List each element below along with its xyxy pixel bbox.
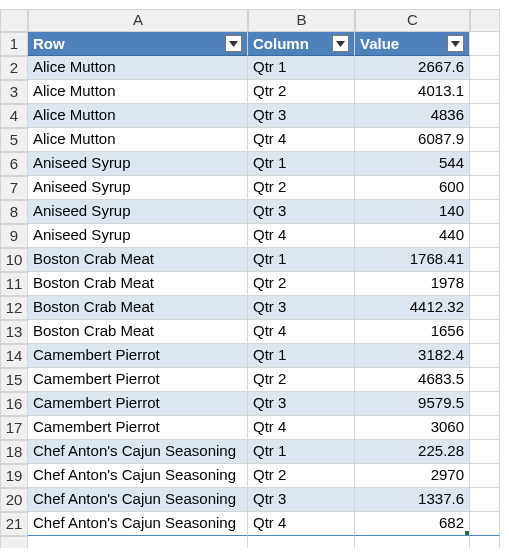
cell-A17[interactable]: Camembert Pierrot [28,416,248,440]
cell-B16[interactable]: Qtr 3 [248,392,355,416]
cell-D13[interactable] [470,320,500,344]
table-header-column[interactable]: Column [248,32,355,56]
row-header-18[interactable]: 18 [0,440,28,464]
cell-C8[interactable]: 140 [355,200,470,224]
cell-D9[interactable] [470,224,500,248]
cell-D6[interactable] [470,152,500,176]
cell-D21[interactable] [470,512,500,536]
cell-D17[interactable] [470,416,500,440]
row-header-3[interactable]: 3 [0,80,28,104]
cell-A4[interactable]: Alice Mutton [28,104,248,128]
cell-A18[interactable]: Chef Anton's Cajun Seasoning [28,440,248,464]
row-header-14[interactable]: 14 [0,344,28,368]
cell-B17[interactable]: Qtr 4 [248,416,355,440]
cell-C10[interactable]: 1768.41 [355,248,470,272]
cell-D10[interactable] [470,248,500,272]
cell-A3[interactable]: Alice Mutton [28,80,248,104]
row-header-22[interactable] [0,536,28,548]
cell-B8[interactable]: Qtr 3 [248,200,355,224]
row-header-9[interactable]: 9 [0,224,28,248]
cell-C3[interactable]: 4013.1 [355,80,470,104]
cell-A7[interactable]: Aniseed Syrup [28,176,248,200]
cell-C4[interactable]: 4836 [355,104,470,128]
column-header-D[interactable] [470,10,500,32]
cell-D3[interactable] [470,80,500,104]
cell-B6[interactable]: Qtr 1 [248,152,355,176]
row-header-2[interactable]: 2 [0,56,28,80]
row-header-10[interactable]: 10 [0,248,28,272]
row-header-12[interactable]: 12 [0,296,28,320]
cell-C13[interactable]: 1656 [355,320,470,344]
cell-C15[interactable]: 4683.5 [355,368,470,392]
cell-B3[interactable]: Qtr 2 [248,80,355,104]
cell-A15[interactable]: Camembert Pierrot [28,368,248,392]
cell-C21[interactable]: 682 [355,512,470,536]
row-header-15[interactable]: 15 [0,368,28,392]
row-header-6[interactable]: 6 [0,152,28,176]
cell-A11[interactable]: Boston Crab Meat [28,272,248,296]
cell-C20[interactable]: 1337.6 [355,488,470,512]
row-header-16[interactable]: 16 [0,392,28,416]
cell-D4[interactable] [470,104,500,128]
cell-D18[interactable] [470,440,500,464]
cell-A2[interactable]: Alice Mutton [28,56,248,80]
cell-C11[interactable]: 1978 [355,272,470,296]
cell-C6[interactable]: 544 [355,152,470,176]
cell-C18[interactable]: 225.28 [355,440,470,464]
row-header-20[interactable]: 20 [0,488,28,512]
cell-D16[interactable] [470,392,500,416]
cell-D11[interactable] [470,272,500,296]
cell-D12[interactable] [470,296,500,320]
cell-B10[interactable]: Qtr 1 [248,248,355,272]
row-header-21[interactable]: 21 [0,512,28,536]
cell-B12[interactable]: Qtr 3 [248,296,355,320]
cell-D2[interactable] [470,56,500,80]
cell-B15[interactable]: Qtr 2 [248,368,355,392]
cell-B2[interactable]: Qtr 1 [248,56,355,80]
cell-B13[interactable]: Qtr 4 [248,320,355,344]
cell-B20[interactable]: Qtr 3 [248,488,355,512]
cell-B18[interactable]: Qtr 1 [248,440,355,464]
row-header-17[interactable]: 17 [0,416,28,440]
cell-C2[interactable]: 2667.6 [355,56,470,80]
cell-A10[interactable]: Boston Crab Meat [28,248,248,272]
cell-A20[interactable]: Chef Anton's Cajun Seasoning [28,488,248,512]
cell-B4[interactable]: Qtr 3 [248,104,355,128]
cell-A12[interactable]: Boston Crab Meat [28,296,248,320]
row-header-13[interactable]: 13 [0,320,28,344]
select-all-corner[interactable] [0,10,28,32]
cell-D15[interactable] [470,368,500,392]
cell-D7[interactable] [470,176,500,200]
filter-button-row[interactable] [225,35,242,52]
cell-B11[interactable]: Qtr 2 [248,272,355,296]
row-header-5[interactable]: 5 [0,128,28,152]
cell-C19[interactable]: 2970 [355,464,470,488]
cell-A8[interactable]: Aniseed Syrup [28,200,248,224]
cell-C7[interactable]: 600 [355,176,470,200]
cell-D5[interactable] [470,128,500,152]
cell-C17[interactable]: 3060 [355,416,470,440]
column-header-C[interactable]: C [355,10,470,32]
cell-C16[interactable]: 9579.5 [355,392,470,416]
table-header-row[interactable]: Row [28,32,248,56]
cell-D19[interactable] [470,464,500,488]
cell-C12[interactable]: 4412.32 [355,296,470,320]
cell-A21[interactable]: Chef Anton's Cajun Seasoning [28,512,248,536]
column-header-B[interactable]: B [248,10,355,32]
cell-D1[interactable] [470,32,500,56]
column-header-A[interactable]: A [28,10,248,32]
cell-D8[interactable] [470,200,500,224]
cell-A19[interactable]: Chef Anton's Cajun Seasoning [28,464,248,488]
cell-D20[interactable] [470,488,500,512]
row-header-19[interactable]: 19 [0,464,28,488]
cell-A9[interactable]: Aniseed Syrup [28,224,248,248]
cell-B21[interactable]: Qtr 4 [248,512,355,536]
cell-D14[interactable] [470,344,500,368]
row-header-4[interactable]: 4 [0,104,28,128]
row-header-8[interactable]: 8 [0,200,28,224]
cell-B19[interactable]: Qtr 2 [248,464,355,488]
cell-A6[interactable]: Aniseed Syrup [28,152,248,176]
cell-B5[interactable]: Qtr 4 [248,128,355,152]
row-header-7[interactable]: 7 [0,176,28,200]
filter-button-value[interactable] [447,35,464,52]
